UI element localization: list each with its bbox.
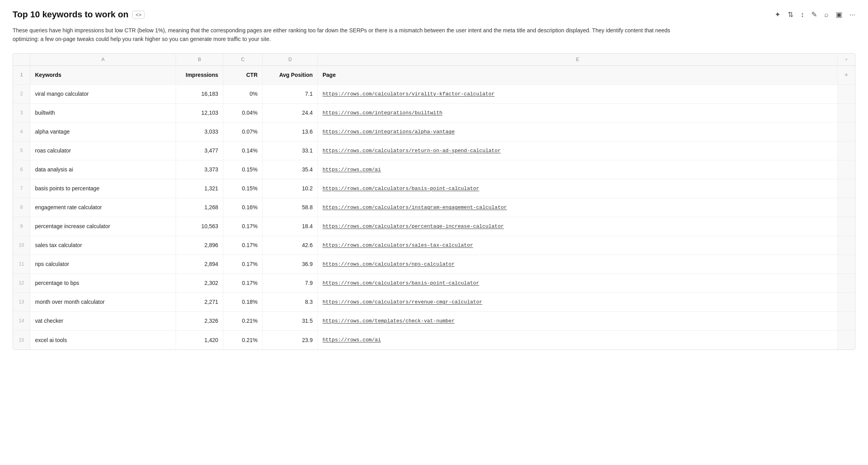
row-extra-6 bbox=[838, 160, 855, 179]
cell-page-13[interactable]: https://rows.com/calculators/revenue-cmg… bbox=[318, 293, 838, 311]
cell-keyword-9: percentage increase calculator bbox=[30, 217, 176, 236]
filter-icon[interactable]: ⇅ bbox=[788, 10, 794, 19]
row-extra-14 bbox=[838, 312, 855, 330]
table-row: 10 sales tax calculator 2,896 0.17% 42.6… bbox=[13, 236, 855, 255]
cell-avgpos-15: 23.9 bbox=[263, 331, 318, 350]
col-page-header: Page bbox=[318, 66, 838, 84]
row-num-13: 13 bbox=[13, 293, 30, 311]
table-row: 2 viral mango calculator 16,183 0% 7.1 h… bbox=[13, 85, 855, 104]
row-num-5: 5 bbox=[13, 141, 30, 160]
cell-impressions-2: 16,183 bbox=[176, 85, 223, 103]
add-col-button[interactable]: + bbox=[838, 66, 855, 84]
row-num-11: 11 bbox=[13, 255, 30, 273]
cell-ctr-13: 0.18% bbox=[223, 293, 263, 311]
cell-avgpos-8: 58.8 bbox=[263, 198, 318, 217]
row-extra-15 bbox=[838, 331, 855, 350]
cell-page-7[interactable]: https://rows.com/calculators/basis-point… bbox=[318, 179, 838, 198]
cell-impressions-15: 1,420 bbox=[176, 331, 223, 350]
row-extra-9 bbox=[838, 217, 855, 236]
page-link-5[interactable]: https://rows.com/calculators/return-on-a… bbox=[323, 148, 501, 154]
cell-avgpos-14: 31.5 bbox=[263, 312, 318, 330]
page-link-7[interactable]: https://rows.com/calculators/basis-point… bbox=[323, 186, 479, 192]
row-extra-2 bbox=[838, 85, 855, 103]
page-link-13[interactable]: https://rows.com/calculators/revenue-cmg… bbox=[323, 299, 482, 305]
cell-page-10[interactable]: https://rows.com/calculators/sales-tax-c… bbox=[318, 236, 838, 255]
cell-keyword-2: viral mango calculator bbox=[30, 85, 176, 103]
row-extra-7 bbox=[838, 179, 855, 198]
comment-icon[interactable]: ▣ bbox=[836, 10, 842, 19]
toolbar-icons: ✦ ⇅ ↕ ✎ ⌕ ▣ ··· bbox=[775, 10, 855, 19]
table-row: 5 roas calculator 3,477 0.14% 33.1 https… bbox=[13, 141, 855, 160]
cell-ctr-12: 0.17% bbox=[223, 274, 263, 292]
page-link-4[interactable]: https://rows.com/integrations/alpha-vant… bbox=[323, 129, 454, 135]
cell-avgpos-7: 10.2 bbox=[263, 179, 318, 198]
cell-page-8[interactable]: https://rows.com/calculators/instagram-e… bbox=[318, 198, 838, 217]
cell-keyword-4: alpha vantage bbox=[30, 123, 176, 141]
row-num-10: 10 bbox=[13, 236, 30, 255]
cell-page-3[interactable]: https://rows.com/integrations/builtwith bbox=[318, 104, 838, 122]
table-row: 9 percentage increase calculator 10,563 … bbox=[13, 217, 855, 236]
table-row: 6 data analysis ai 3,373 0.15% 35.4 http… bbox=[13, 160, 855, 179]
cell-page-14[interactable]: https://rows.com/templates/check-vat-num… bbox=[318, 312, 838, 330]
page-link-15[interactable]: https://rows.com/ai bbox=[323, 337, 381, 343]
page-title: Top 10 keywords to work on bbox=[13, 9, 128, 20]
row-num-4: 4 bbox=[13, 123, 30, 141]
cell-page-6[interactable]: https://rows.com/ai bbox=[318, 160, 838, 179]
page-link-8[interactable]: https://rows.com/calculators/instagram-e… bbox=[323, 205, 507, 210]
cell-avgpos-3: 24.4 bbox=[263, 104, 318, 122]
cell-page-15[interactable]: https://rows.com/ai bbox=[318, 331, 838, 350]
ctr-label: CTR bbox=[246, 72, 258, 78]
col-header-c: C bbox=[223, 54, 263, 65]
row-num-14: 14 bbox=[13, 312, 30, 330]
row-extra-8 bbox=[838, 198, 855, 217]
table-header-row: 1 Keywords Impressions CTR Avg Position … bbox=[13, 66, 855, 85]
cell-page-4[interactable]: https://rows.com/integrations/alpha-vant… bbox=[318, 123, 838, 141]
cell-page-2[interactable]: https://rows.com/calculators/virality-kf… bbox=[318, 85, 838, 103]
cell-impressions-13: 2,271 bbox=[176, 293, 223, 311]
page-link-3[interactable]: https://rows.com/integrations/builtwith bbox=[323, 110, 442, 116]
cell-page-9[interactable]: https://rows.com/calculators/percentage-… bbox=[318, 217, 838, 236]
title-group: Top 10 keywords to work on <> bbox=[13, 9, 145, 20]
more-icon[interactable]: ··· bbox=[849, 11, 855, 19]
cell-avgpos-11: 36.9 bbox=[263, 255, 318, 273]
col-header-row-num bbox=[13, 54, 30, 65]
code-badge-button[interactable]: <> bbox=[132, 11, 145, 19]
cell-ctr-4: 0.07% bbox=[223, 123, 263, 141]
cell-page-5[interactable]: https://rows.com/calculators/return-on-a… bbox=[318, 141, 838, 160]
page-link-14[interactable]: https://rows.com/templates/check-vat-num… bbox=[323, 318, 454, 324]
row-num-15: 15 bbox=[13, 331, 30, 350]
col-ctr-header: CTR bbox=[223, 66, 263, 84]
row-extra-5 bbox=[838, 141, 855, 160]
page-link-11[interactable]: https://rows.com/calculators/nps-calcula… bbox=[323, 261, 454, 267]
cell-ctr-10: 0.17% bbox=[223, 236, 263, 255]
sparkle-icon[interactable]: ✦ bbox=[775, 10, 781, 19]
cell-keyword-3: builtwith bbox=[30, 104, 176, 122]
col-header-plus[interactable]: + bbox=[838, 54, 855, 65]
cell-keyword-15: excel ai tools bbox=[30, 331, 176, 350]
search-icon[interactable]: ⌕ bbox=[824, 11, 829, 19]
edit-icon[interactable]: ✎ bbox=[811, 10, 817, 19]
page-link-12[interactable]: https://rows.com/calculators/basis-point… bbox=[323, 280, 479, 286]
cell-impressions-7: 1,321 bbox=[176, 179, 223, 198]
page-link-10[interactable]: https://rows.com/calculators/sales-tax-c… bbox=[323, 242, 473, 248]
page-link-2[interactable]: https://rows.com/calculators/virality-kf… bbox=[323, 91, 495, 97]
cell-ctr-7: 0.15% bbox=[223, 179, 263, 198]
cell-ctr-14: 0.21% bbox=[223, 312, 263, 330]
col-avgpos-header: Avg Position bbox=[263, 66, 318, 84]
sort-icon[interactable]: ↕ bbox=[801, 11, 804, 19]
col-header-row: A B C D E + bbox=[13, 54, 855, 66]
page-link-9[interactable]: https://rows.com/calculators/percentage-… bbox=[323, 223, 504, 229]
table-row: 8 engagement rate calculator 1,268 0.16%… bbox=[13, 198, 855, 217]
table-row: 13 month over month calculator 2,271 0.1… bbox=[13, 293, 855, 312]
cell-page-12[interactable]: https://rows.com/calculators/basis-point… bbox=[318, 274, 838, 292]
cell-page-11[interactable]: https://rows.com/calculators/nps-calcula… bbox=[318, 255, 838, 273]
table-row: 15 excel ai tools 1,420 0.21% 23.9 https… bbox=[13, 331, 855, 350]
page-link-6[interactable]: https://rows.com/ai bbox=[323, 167, 381, 173]
col-header-e: E bbox=[318, 54, 838, 65]
page-label: Page bbox=[323, 72, 336, 78]
cell-keyword-6: data analysis ai bbox=[30, 160, 176, 179]
row-extra-12 bbox=[838, 274, 855, 292]
impressions-label: Impressions bbox=[186, 72, 218, 78]
col-header-b: B bbox=[176, 54, 223, 65]
table-row: 7 basis points to percentage 1,321 0.15%… bbox=[13, 179, 855, 198]
